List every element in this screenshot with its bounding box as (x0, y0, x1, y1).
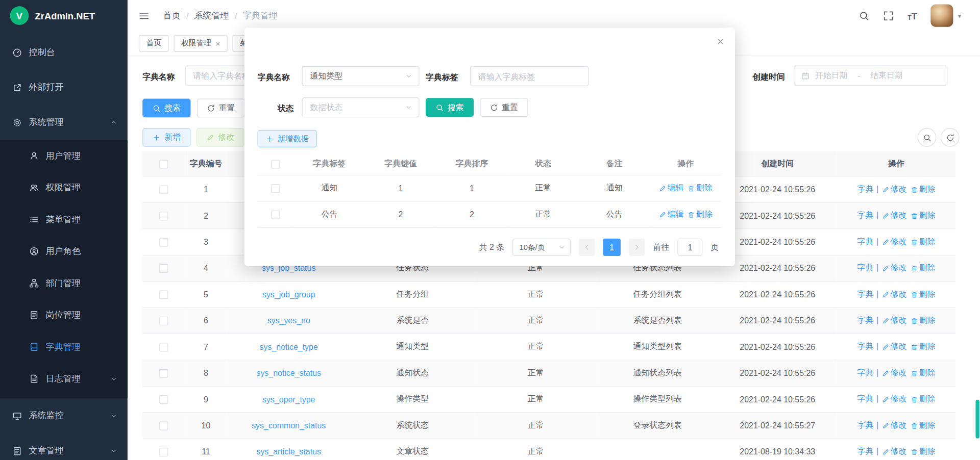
edit-link[interactable]: 修改 (881, 289, 906, 298)
sidebar-item-external[interactable]: 外部打开 (0, 70, 128, 105)
delete-link[interactable]: 删除 (911, 315, 936, 324)
dict-type-link[interactable]: sys_common_status (252, 421, 326, 430)
dialog-reset-button[interactable]: 重置 (480, 98, 528, 117)
avatar[interactable] (931, 5, 953, 27)
tab-permissions[interactable]: 权限管理 × (174, 35, 227, 52)
delete-link[interactable]: 删除 (911, 289, 936, 298)
dict-type-link[interactable]: sys_yes_no (267, 316, 310, 325)
dict-data-link[interactable]: 字典 (857, 315, 873, 324)
edit-link[interactable]: 修改 (881, 184, 906, 193)
prev-page-button[interactable] (579, 239, 595, 256)
edit-link[interactable]: 修改 (881, 420, 906, 429)
dict-data-link[interactable]: 字典 (857, 394, 873, 403)
dict-data-link[interactable]: 字典 (857, 184, 873, 193)
sidebar-item-articles[interactable]: 文章管理 (0, 433, 128, 460)
app-logo[interactable]: V ZrAdmin.NET (0, 0, 128, 31)
edit-link[interactable]: 修改 (881, 263, 906, 272)
sidebar-item-dashboard[interactable]: 控制台 (0, 35, 128, 70)
dict-name-select[interactable]: 通知类型 (302, 66, 419, 86)
edit-link[interactable]: 修改 (881, 211, 906, 220)
toggle-search-button[interactable] (918, 128, 937, 147)
dict-data-link[interactable]: 字典 (857, 263, 873, 272)
row-checkbox[interactable] (159, 212, 168, 220)
dialog-search-button[interactable]: 搜索 (426, 98, 474, 117)
delete-link[interactable]: 删除 (911, 420, 936, 429)
dialog-close-icon[interactable]: × (717, 36, 724, 47)
dict-data-link[interactable]: 字典 (857, 368, 873, 377)
dict-type-link[interactable]: sys_job_group (262, 290, 315, 299)
edit-link[interactable]: 修改 (881, 315, 906, 324)
breadcrumb-system[interactable]: 系统管理 (194, 10, 229, 21)
edit-link[interactable]: 修改 (881, 368, 906, 377)
sidebar-item-monitor[interactable]: 系统监控 (0, 398, 128, 433)
row-checkbox[interactable] (159, 185, 168, 194)
add-data-button[interactable]: 新增数据 (257, 130, 316, 147)
sidebar-item-permissions[interactable]: 权限管理 (0, 172, 128, 203)
global-search-button[interactable] (859, 10, 870, 21)
row-checkbox[interactable] (159, 343, 168, 351)
search-button[interactable]: 搜索 (142, 98, 190, 117)
delete-link[interactable]: 删除 (911, 447, 936, 456)
dict-data-link[interactable]: 字典 (857, 420, 873, 429)
delete-link[interactable]: 删除 (911, 184, 936, 193)
dict-label-input[interactable] (470, 66, 589, 86)
delete-link[interactable]: 删除 (688, 183, 713, 192)
fullscreen-button[interactable] (883, 10, 894, 21)
select-all-checkbox[interactable] (271, 160, 280, 168)
delete-link[interactable]: 删除 (911, 342, 936, 351)
sidebar-item-posts[interactable]: 岗位管理 (0, 299, 128, 331)
page-size-select[interactable]: 10条/页 (512, 239, 571, 256)
edit-button[interactable]: 修改 (196, 128, 244, 147)
edit-link[interactable]: 修改 (881, 447, 906, 456)
sidebar-item-menus[interactable]: 菜单管理 (0, 203, 128, 235)
row-checkbox[interactable] (159, 290, 168, 299)
breadcrumb-home[interactable]: 首页 (163, 10, 181, 21)
refresh-table-button[interactable] (941, 128, 960, 147)
current-page-button[interactable]: 1 (603, 239, 621, 256)
edit-link[interactable]: 修改 (881, 342, 906, 351)
collapse-menu-button[interactable] (139, 10, 150, 21)
row-checkbox[interactable] (159, 395, 168, 404)
date-range-picker[interactable]: 开始日期 - 结束日期 (794, 66, 947, 86)
sidebar-item-system[interactable]: 系统管理 (0, 105, 128, 140)
delete-link[interactable]: 删除 (911, 263, 936, 272)
row-checkbox[interactable] (159, 317, 168, 325)
next-page-button[interactable] (629, 239, 645, 256)
dict-type-link[interactable]: sys_oper_type (262, 394, 315, 403)
scrollbar-thumb[interactable] (975, 400, 979, 439)
sidebar-item-user-roles[interactable]: 用户角色 (0, 236, 128, 267)
row-checkbox[interactable] (159, 369, 168, 377)
row-checkbox[interactable] (159, 238, 168, 246)
row-checkbox[interactable] (271, 184, 280, 193)
edit-link[interactable]: 修改 (881, 237, 906, 246)
edit-link[interactable]: 编辑 (659, 209, 684, 218)
delete-link[interactable]: 删除 (911, 211, 936, 220)
select-all-checkbox[interactable] (159, 160, 168, 168)
add-button[interactable]: 新增 (142, 128, 190, 147)
dict-type-link[interactable]: sys_notice_type (260, 342, 318, 351)
dict-data-link[interactable]: 字典 (857, 237, 873, 246)
dict-type-link[interactable]: sys_notice_status (256, 368, 321, 377)
tab-close-icon[interactable]: × (215, 40, 220, 47)
status-select[interactable]: 数据状态 (302, 97, 419, 117)
sidebar-item-users[interactable]: 用户管理 (0, 140, 128, 171)
dict-data-link[interactable]: 字典 (857, 342, 873, 351)
goto-page-input[interactable] (677, 239, 702, 256)
sidebar-item-departments[interactable]: 部门管理 (0, 267, 128, 299)
dict-data-link[interactable]: 字典 (857, 289, 873, 298)
edit-link[interactable]: 编辑 (659, 183, 684, 192)
row-checkbox[interactable] (159, 448, 168, 456)
sidebar-item-dictionary[interactable]: 字典管理 (0, 331, 128, 363)
font-size-button[interactable]: TT (908, 10, 917, 21)
delete-link[interactable]: 删除 (911, 394, 936, 403)
sidebar-item-logs[interactable]: 日志管理 (0, 363, 128, 394)
delete-link[interactable]: 删除 (688, 209, 713, 218)
user-menu[interactable]: ▾ (931, 5, 961, 27)
delete-link[interactable]: 删除 (911, 368, 936, 377)
edit-link[interactable]: 修改 (881, 394, 906, 403)
row-checkbox[interactable] (159, 264, 168, 273)
row-checkbox[interactable] (159, 421, 168, 430)
row-checkbox[interactable] (271, 210, 280, 219)
reset-button[interactable]: 重置 (197, 98, 245, 117)
delete-link[interactable]: 删除 (911, 237, 936, 246)
